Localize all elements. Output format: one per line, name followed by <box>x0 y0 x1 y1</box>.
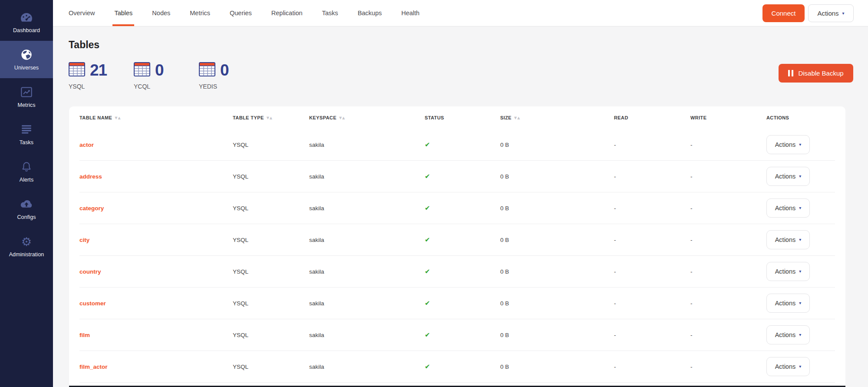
sidebar-item-label: Dashboard <box>13 27 40 33</box>
universe-actions-button[interactable]: Actions ▾ <box>808 4 854 22</box>
disable-backup-button[interactable]: Disable Backup <box>779 64 853 83</box>
status-ok-icon: ✔ <box>425 331 500 339</box>
sidebar-item-alerts[interactable]: Alerts <box>0 153 53 190</box>
size-cell: 0 B <box>500 173 614 180</box>
chevron-down-icon: ▾ <box>842 11 845 16</box>
globe-icon <box>20 48 33 61</box>
stat-ysql: 21 YSQL <box>69 62 134 90</box>
sidebar-item-universes[interactable]: Universes <box>0 41 53 78</box>
tab-nodes[interactable]: Nodes <box>152 0 170 26</box>
chevron-down-icon: ▾ <box>799 269 801 274</box>
status-ok-icon: ✔ <box>425 268 500 275</box>
column-header-status: Status <box>425 115 500 120</box>
tab-overview[interactable]: Overview <box>69 0 95 26</box>
row-actions-button[interactable]: Actions ▾ <box>766 198 810 218</box>
size-cell: 0 B <box>500 332 614 338</box>
keyspace-cell: sakila <box>309 268 425 275</box>
tab-replication[interactable]: Replication <box>271 0 303 26</box>
tables-card: Table Name▼▲ Table Type▼▲ Keyspace▼▲ Sta… <box>69 106 845 387</box>
tab-metrics[interactable]: Metrics <box>190 0 210 26</box>
status-ok-icon: ✔ <box>425 363 500 370</box>
table-name-link[interactable]: film_actor <box>79 364 233 370</box>
column-header-actions: Actions <box>766 115 835 120</box>
size-cell: 0 B <box>500 268 614 275</box>
row-actions-button[interactable]: Actions ▾ <box>766 325 810 344</box>
tab-queries[interactable]: Queries <box>230 0 252 26</box>
size-cell: 0 B <box>500 237 614 243</box>
chevron-down-icon: ▾ <box>799 206 801 210</box>
read-cell: - <box>614 300 690 307</box>
write-cell: - <box>690 300 766 307</box>
tab-health[interactable]: Health <box>401 0 419 26</box>
ycql-count: 0 <box>155 62 164 78</box>
sidebar-item-label: Tasks <box>20 139 33 146</box>
sidebar-item-tasks[interactable]: Tasks <box>0 116 53 153</box>
sidebar-item-label: Metrics <box>18 102 36 108</box>
write-cell: - <box>690 268 766 275</box>
page-title: Tables <box>69 39 99 51</box>
tab-tasks[interactable]: Tasks <box>322 0 338 26</box>
read-cell: - <box>614 205 690 212</box>
yedis-count: 0 <box>220 62 229 78</box>
bell-icon <box>21 160 32 173</box>
sidebar-item-dashboard[interactable]: Dashboard <box>0 3 53 41</box>
navbar-buttons: Connect Actions ▾ <box>762 4 854 22</box>
column-header-keyspace[interactable]: Keyspace▼▲ <box>309 115 425 120</box>
chevron-down-icon: ▾ <box>799 238 801 242</box>
stat-yedis: 0 YEDIS <box>199 62 264 90</box>
table-name-link[interactable]: film <box>79 332 233 338</box>
tab-tables[interactable]: Tables <box>114 0 132 26</box>
read-cell: - <box>614 332 690 338</box>
ysql-count: 21 <box>90 62 107 78</box>
sidebar-item-label: Universes <box>14 65 39 71</box>
table-type-cell: YSQL <box>233 300 309 307</box>
table-grid-icon <box>199 62 215 78</box>
row-actions-button[interactable]: Actions ▾ <box>766 230 810 249</box>
keyspace-cell: sakila <box>309 205 425 212</box>
table-row: category YSQL sakila ✔ 0 B - - Actions ▾ <box>79 192 835 224</box>
keyspace-cell: sakila <box>309 142 425 148</box>
table-name-link[interactable]: customer <box>79 300 233 307</box>
column-header-size[interactable]: Size▼▲ <box>500 115 614 120</box>
column-header-table-type[interactable]: Table Type▼▲ <box>233 115 309 120</box>
ysql-label: YSQL <box>69 83 134 90</box>
sidebar-item-metrics[interactable]: Metrics <box>0 78 53 116</box>
size-cell: 0 B <box>500 205 614 212</box>
keyspace-cell: sakila <box>309 300 425 307</box>
table-name-link[interactable]: address <box>79 173 233 180</box>
connect-button[interactable]: Connect <box>762 4 805 22</box>
sidebar-item-administration[interactable]: ⚙ Administration <box>0 228 53 265</box>
write-cell: - <box>690 332 766 338</box>
table-row: actor YSQL sakila ✔ 0 B - - Actions ▾ <box>79 129 835 161</box>
read-cell: - <box>614 268 690 275</box>
chevron-down-icon: ▾ <box>799 333 801 337</box>
disable-backup-label: Disable Backup <box>798 69 843 77</box>
keyspace-cell: sakila <box>309 237 425 243</box>
column-header-write: Write <box>690 115 766 120</box>
keyspace-cell: sakila <box>309 364 425 370</box>
status-ok-icon: ✔ <box>425 204 500 212</box>
row-actions-button[interactable]: Actions ▾ <box>766 357 810 376</box>
status-ok-icon: ✔ <box>425 172 500 180</box>
read-cell: - <box>614 237 690 243</box>
sidebar-item-configs[interactable]: Configs <box>0 190 53 228</box>
row-actions-button[interactable]: Actions ▾ <box>766 167 810 186</box>
table-name-link[interactable]: actor <box>79 142 233 148</box>
table-name-link[interactable]: city <box>79 237 233 243</box>
table-name-link[interactable]: country <box>79 268 233 275</box>
keyspace-cell: sakila <box>309 332 425 338</box>
table-name-link[interactable]: category <box>79 205 233 212</box>
top-navbar: Overview Tables Nodes Metrics Queries Re… <box>53 0 868 26</box>
row-actions-button[interactable]: Actions ▾ <box>766 262 810 281</box>
table-stats: 21 YSQL 0 YCQL <box>69 62 264 90</box>
table-row: city YSQL sakila ✔ 0 B - - Actions ▾ <box>79 224 835 256</box>
table-type-cell: YSQL <box>233 173 309 180</box>
row-actions-button[interactable]: Actions ▾ <box>766 135 810 154</box>
size-cell: 0 B <box>500 142 614 148</box>
table-type-cell: YSQL <box>233 364 309 370</box>
size-cell: 0 B <box>500 364 614 370</box>
sidebar-item-label: Administration <box>9 251 44 258</box>
column-header-table-name[interactable]: Table Name▼▲ <box>79 115 233 120</box>
row-actions-button[interactable]: Actions ▾ <box>766 294 810 313</box>
tab-backups[interactable]: Backups <box>358 0 382 26</box>
